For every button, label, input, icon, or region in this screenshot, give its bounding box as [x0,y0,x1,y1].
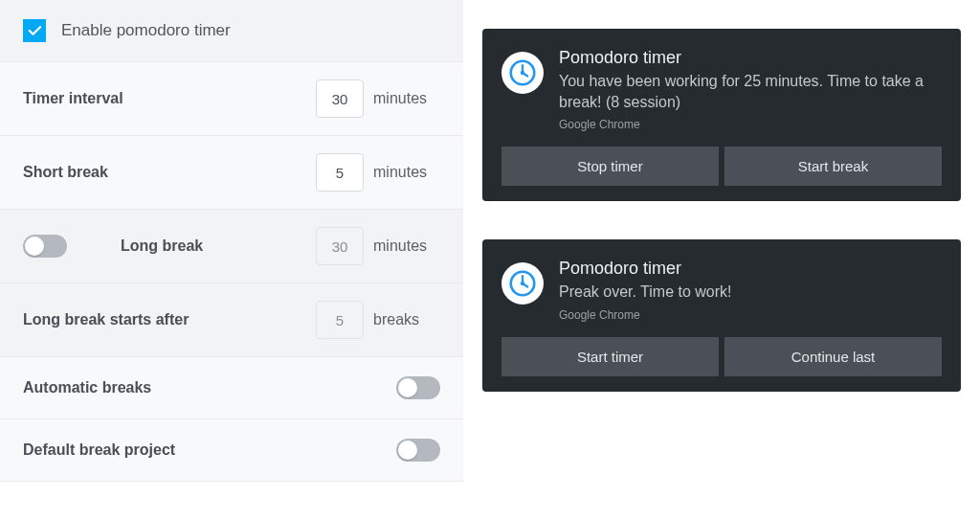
short-break-input[interactable] [316,153,364,192]
timer-interval-unit: minutes [373,90,440,107]
long-break-label: Long break [121,237,203,255]
short-break-unit: minutes [373,164,440,181]
default-break-project-label: Default break project [23,441,396,459]
notification-buttons: Stop timer Start break [501,147,942,186]
notifications-panel: Pomodoro timer You have been working for… [482,0,980,520]
notification-header: Pomodoro timer Preak over. Time to work!… [501,259,942,322]
row-long-break-after: Long break starts after breaks [0,283,463,357]
row-default-break-project: Default break project [0,419,463,482]
row-automatic-breaks: Automatic breaks [0,357,463,419]
stop-timer-button[interactable]: Stop timer [501,147,719,186]
long-break-input [316,227,364,265]
timer-interval-input[interactable] [316,79,364,118]
long-break-after-input [316,301,364,339]
long-break-unit: minutes [373,237,440,255]
timer-interval-label: Timer interval [23,90,316,107]
notification-title: Pomodoro timer [559,48,942,68]
default-break-project-toggle[interactable] [396,439,440,462]
long-break-after-label: Long break starts after [23,311,316,328]
short-break-label: Short break [23,164,316,181]
automatic-breaks-toggle[interactable] [396,376,440,399]
row-timer-interval: Timer interval minutes [0,62,463,136]
notification-card: Pomodoro timer You have been working for… [482,29,961,201]
long-break-toggle[interactable] [23,235,67,258]
enable-label: Enable pomodoro timer [61,21,231,40]
notification-text: Pomodoro timer You have been working for… [559,48,942,131]
clockify-icon [501,262,544,305]
clockify-icon [501,52,544,94]
notification-source: Google Chrome [559,118,942,131]
notification-body: Preak over. Time to work! [559,282,942,303]
enable-checkbox[interactable] [23,19,46,42]
notification-card: Pomodoro timer Preak over. Time to work!… [482,239,961,392]
notification-title: Pomodoro timer [559,259,942,279]
long-break-after-unit: breaks [373,311,440,328]
start-timer-button[interactable]: Start timer [501,337,719,376]
automatic-breaks-label: Automatic breaks [23,379,396,396]
row-long-break: Long break minutes [0,210,463,283]
settings-panel: Enable pomodoro timer Timer interval min… [0,0,463,520]
svg-line-7 [523,283,527,287]
row-enable: Enable pomodoro timer [0,0,463,62]
svg-line-3 [523,73,527,77]
start-break-button[interactable]: Start break [724,147,942,186]
notification-header: Pomodoro timer You have been working for… [501,48,942,131]
notification-body: You have been working for 25 minutes. Ti… [559,71,942,112]
continue-last-button[interactable]: Continue last [724,337,942,376]
notification-source: Google Chrome [559,308,942,322]
notification-buttons: Start timer Continue last [501,337,942,376]
check-icon [26,22,43,39]
row-short-break: Short break minutes [0,136,463,210]
notification-text: Pomodoro timer Preak over. Time to work!… [559,259,942,322]
